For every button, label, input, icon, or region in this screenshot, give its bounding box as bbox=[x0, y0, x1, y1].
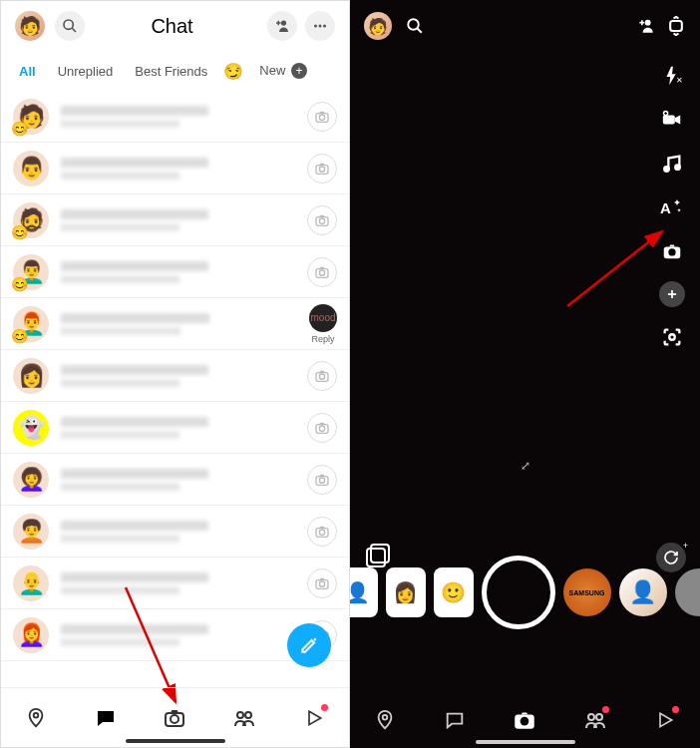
lens-carousel[interactable]: 👤 👩 🙂 SAMSUNG 👤 bbox=[350, 555, 700, 630]
filter-emoji[interactable]: 😏 bbox=[223, 62, 243, 81]
camera-icon bbox=[314, 420, 330, 436]
compose-fab[interactable] bbox=[287, 623, 331, 667]
svg-point-0 bbox=[64, 20, 73, 29]
friend-avatar[interactable]: 👨‍🦲 bbox=[13, 565, 49, 601]
filter-best-friends[interactable]: Best Friends bbox=[129, 60, 213, 83]
friend-avatar[interactable]: 🧑😊 bbox=[13, 99, 49, 135]
chat-preview-redacted bbox=[61, 417, 307, 439]
svg-point-15 bbox=[319, 270, 324, 275]
quick-snap-button[interactable] bbox=[307, 257, 337, 287]
nav-chat[interactable] bbox=[86, 698, 126, 738]
quick-snap-button[interactable] bbox=[307, 465, 337, 495]
add-friend-button[interactable] bbox=[636, 16, 656, 36]
filter-new[interactable]: New + bbox=[253, 59, 313, 83]
nav-chat[interactable] bbox=[435, 700, 475, 740]
chat-row[interactable]: 🧑‍🦱 bbox=[1, 506, 349, 558]
lens-tile[interactable]: 👤 bbox=[350, 567, 378, 617]
streak-emoji-icon: 😊 bbox=[11, 276, 28, 292]
chat-row[interactable]: 👨‍🦱😊 bbox=[1, 246, 349, 298]
chat-screen: 🧑 Chat All Unreplied Best Friends 😏 New … bbox=[0, 0, 350, 748]
quick-snap-button[interactable] bbox=[307, 568, 337, 598]
nav-camera[interactable] bbox=[505, 700, 544, 740]
friend-avatar[interactable]: 🧑‍🦱 bbox=[13, 514, 49, 550]
chat-row[interactable]: 🧔😊 bbox=[1, 194, 349, 246]
svg-line-38 bbox=[417, 28, 422, 33]
camera-icon bbox=[314, 524, 330, 540]
quick-snap-button[interactable] bbox=[307, 361, 337, 391]
filter-all[interactable]: All bbox=[13, 60, 42, 83]
camera-viewfinder[interactable]: ⤢ + 👤 👩 🙂 SAMSUNG 👤 bbox=[350, 52, 700, 692]
snapchat-ghost-avatar[interactable]: 👻 bbox=[13, 410, 49, 446]
search-icon bbox=[62, 18, 78, 34]
chat-row[interactable]: 👨‍🦰😊moodReply bbox=[1, 298, 349, 350]
camera-screen: 🧑 ✕ A bbox=[350, 0, 700, 748]
nav-spotlight[interactable] bbox=[645, 700, 685, 740]
quick-snap-button[interactable] bbox=[307, 413, 337, 443]
home-indicator[interactable] bbox=[126, 739, 225, 743]
flip-camera-button[interactable] bbox=[666, 16, 686, 36]
lens-samsung[interactable]: SAMSUNG bbox=[563, 568, 611, 616]
svg-point-33 bbox=[171, 715, 178, 723]
camera-icon bbox=[314, 264, 330, 280]
camera-icon bbox=[314, 368, 330, 384]
lens-tile[interactable]: 👩 bbox=[386, 567, 426, 617]
collapse-caret-icon[interactable]: ⤢ bbox=[521, 459, 530, 473]
chat-preview-redacted bbox=[61, 106, 307, 128]
friend-avatar[interactable]: 👨‍🦱😊 bbox=[13, 254, 49, 290]
reply-button[interactable]: moodReply bbox=[309, 304, 337, 344]
lens-round[interactable]: 👤 bbox=[619, 568, 667, 616]
plus-badge-icon: + bbox=[291, 63, 307, 79]
quick-snap-button[interactable] bbox=[307, 154, 337, 184]
lens-round[interactable] bbox=[675, 568, 701, 616]
capture-button[interactable] bbox=[482, 556, 555, 629]
svg-point-64 bbox=[588, 714, 594, 720]
camera-icon bbox=[314, 472, 330, 488]
search-button[interactable] bbox=[55, 11, 85, 41]
reply-label: Reply bbox=[311, 334, 334, 344]
nav-spotlight[interactable] bbox=[294, 698, 334, 738]
quick-snap-button[interactable] bbox=[307, 205, 337, 235]
camera-icon bbox=[314, 212, 330, 228]
svg-point-61 bbox=[383, 715, 388, 720]
chat-list[interactable]: 🧑😊👨🧔😊👨‍🦱😊👨‍🦰😊moodReply👩👻👩‍🦱🧑‍🦱👨‍🦲👩‍🦰 bbox=[1, 91, 349, 687]
chat-row[interactable]: 🧑😊 bbox=[1, 91, 349, 143]
home-indicator[interactable] bbox=[476, 740, 575, 744]
quick-snap-button[interactable] bbox=[307, 517, 337, 547]
nav-camera[interactable] bbox=[155, 698, 194, 738]
quick-snap-button[interactable] bbox=[307, 102, 337, 132]
chat-preview-redacted bbox=[61, 572, 307, 594]
friend-avatar[interactable]: 👩 bbox=[13, 358, 49, 394]
chat-preview-redacted bbox=[61, 469, 307, 491]
chat-row[interactable]: 👨‍🦲 bbox=[1, 558, 349, 609]
more-icon bbox=[311, 17, 329, 35]
chat-row[interactable]: 👩‍🦱 bbox=[1, 454, 349, 506]
self-avatar[interactable]: 🧑 bbox=[15, 11, 45, 41]
filter-row: All Unreplied Best Friends 😏 New + bbox=[1, 51, 349, 91]
add-friend-button[interactable] bbox=[267, 11, 297, 41]
svg-point-13 bbox=[319, 218, 324, 223]
chat-row[interactable]: 👻 bbox=[1, 402, 349, 454]
nav-map[interactable] bbox=[365, 700, 405, 740]
nav-stories[interactable] bbox=[224, 698, 264, 738]
nav-stories[interactable] bbox=[575, 700, 615, 740]
svg-point-65 bbox=[596, 714, 602, 720]
streak-emoji-icon: 😊 bbox=[11, 224, 28, 240]
camera-icon bbox=[314, 161, 330, 177]
self-avatar[interactable]: 🧑 bbox=[364, 12, 392, 40]
filter-unreplied[interactable]: Unreplied bbox=[52, 60, 120, 83]
friend-avatar[interactable]: 👨‍🦰😊 bbox=[13, 306, 49, 342]
chat-row[interactable]: 👩 bbox=[1, 350, 349, 402]
svg-line-58 bbox=[567, 231, 662, 306]
nav-map[interactable] bbox=[16, 698, 56, 738]
friend-avatar[interactable]: 👩‍🦱 bbox=[13, 462, 49, 498]
map-pin-icon bbox=[25, 707, 47, 729]
friend-avatar[interactable]: 🧔😊 bbox=[13, 202, 49, 238]
chat-preview-redacted bbox=[61, 209, 307, 231]
friend-avatar[interactable]: 👩‍🦰 bbox=[13, 617, 49, 653]
chat-row[interactable]: 👨 bbox=[1, 143, 349, 194]
lens-tile[interactable]: 🙂 bbox=[434, 567, 474, 617]
streak-emoji-icon: 😊 bbox=[11, 328, 28, 344]
more-button[interactable] bbox=[305, 11, 335, 41]
search-button[interactable] bbox=[406, 17, 424, 35]
friend-avatar[interactable]: 👨 bbox=[13, 151, 49, 187]
